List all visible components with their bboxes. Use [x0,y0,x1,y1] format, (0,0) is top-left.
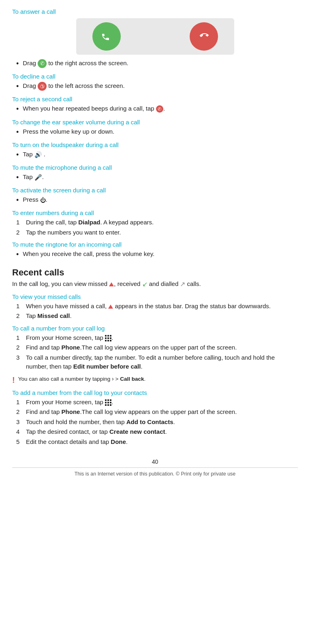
ear-speaker-heading: To change the ear speaker volume during … [12,119,298,126]
decline-call-heading: To decline a call [12,73,298,80]
red-phone-icon: ✆ [36,80,48,93]
call-log-step3: 3 To call a number directly, tap the num… [16,353,298,371]
view-missed-step2: 2 Tap Missed call. [16,311,298,321]
more-icon: › [112,375,114,382]
mute-mic-bullet: • Tap 🎤. [16,173,298,183]
answer-button-green [92,22,121,51]
page-number: 40 [12,458,298,465]
decline-button-red [184,17,224,57]
add-number-step1: 1 From your Home screen, tap . [16,398,298,407]
activate-screen-heading: To activate the screen during a call [12,187,298,194]
add-number-step5: 5 Edit the contact details and tap Done. [16,437,298,447]
ear-speaker-bullet: • Press the volume key up or down. [16,127,298,137]
mute-mic-section: To mute the microphone during a call • T… [12,164,298,183]
apps-grid-icon-2 [105,399,111,406]
mute-mic-heading: To mute the microphone during a call [12,164,298,171]
activate-screen-section: To activate the screen during a call • P… [12,187,298,205]
loudspeaker-section: To turn on the loudspeaker during a call… [12,141,298,160]
view-missed-step1: 1 When you have missed a call, appears i… [16,302,298,311]
reject-icon: ✆ [156,105,163,113]
enter-numbers-heading: To enter numbers during a call [12,209,298,216]
reject-second-section: To reject a second call • When you hear … [12,96,298,114]
add-number-heading: To add a number from the call log to you… [12,389,298,396]
answer-call-heading: To answer a call [12,8,298,15]
recent-calls-heading: Recent calls [12,267,298,278]
view-missed-section: To view your missed calls 1 When you hav… [12,293,298,321]
activate-screen-bullet: • Press ⏻. [16,195,298,205]
reject-second-heading: To reject a second call [12,96,298,102]
answer-call-section: To answer a call • Drag ✆ to the right a… [12,8,298,69]
enter-numbers-step2: 2 Tap the numbers you want to enter. [16,228,298,237]
decline-call-section: To decline a call • Drag ✆ to the left a… [12,73,298,92]
loudspeaker-heading: To turn on the loudspeaker during a call [12,141,298,148]
dialled-call-icon: ↗ [180,281,185,288]
missed-call-icon [109,282,114,286]
call-buttons-image [76,18,234,55]
missed-call-status-icon [108,305,113,309]
enter-numbers-step1: 1 During the call, tap Dialpad. A keypad… [16,218,298,227]
power-icon: ⏻ [40,197,46,203]
add-number-step3: 3 Touch and hold the number, then tap Ad… [16,418,298,427]
mute-ringtone-bullet: • When you receive the call, press the v… [16,249,298,260]
call-log-section: To call a number from your call log 1 Fr… [12,325,298,385]
recent-calls-desc: In the call log, you can view missed , r… [12,279,298,289]
enter-numbers-section: To enter numbers during a call 1 During … [12,209,298,237]
call-log-step1: 1 From your Home screen, tap . [16,333,298,343]
mic-icon: 🎤 [34,174,42,181]
call-log-note: ! You can also call a number by tapping … [12,375,298,385]
answer-call-bullet: • Drag ✆ to the right across the screen. [16,59,298,69]
call-log-step2: 2 Find and tap Phone.The call log view a… [16,343,298,352]
reject-second-bullet: • When you hear repeated beeps during a … [16,104,298,114]
green-phone-icon: ✆ [38,59,47,68]
decline-call-bullet: • Drag ✆ to the left across the screen. [16,81,298,92]
call-log-heading: To call a number from your call log [12,325,298,332]
speaker-icon: 🔊 [34,151,42,158]
recent-calls-section: Recent calls In the call log, you can vi… [12,267,298,289]
apps-grid-icon [105,335,111,341]
add-number-step4: 4 Tap the desired contact, or tap Create… [16,427,298,437]
mute-ringtone-heading: To mute the ringtone for an incoming cal… [12,241,298,248]
footer-legal-text: This is an Internet version of this publ… [12,467,298,477]
ear-speaker-section: To change the ear speaker volume during … [12,119,298,137]
add-number-step2: 2 Find and tap Phone.The call log view a… [16,407,298,417]
view-missed-heading: To view your missed calls [12,293,298,300]
add-number-section: To add a number from the call log to you… [12,389,298,447]
mute-ringtone-section: To mute the ringtone for an incoming cal… [12,241,298,260]
received-call-icon: ↙ [142,281,148,288]
note-exclamation-icon: ! [12,375,15,385]
loudspeaker-bullet: • Tap 🔊 . [16,150,298,160]
